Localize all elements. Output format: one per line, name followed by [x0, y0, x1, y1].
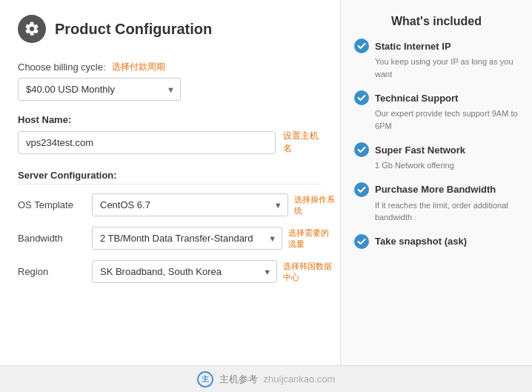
- server-config-section: Server Configuration: OS Template CentOS…: [18, 170, 322, 283]
- hostname-section: Host Name: 设置主机名: [18, 114, 322, 155]
- included-item-purchase-bandwidth: Purchase More Bandwidth If it reaches th…: [354, 182, 519, 224]
- tech-support-title: Technical Support: [375, 93, 458, 104]
- footer-bar: 主 主机参考 zhuijcankao.com: [0, 365, 532, 392]
- bandwidth-label: Bandwidth: [18, 233, 92, 244]
- billing-cycle-label: Choose billing cycle:: [18, 62, 106, 73]
- left-panel: Product Configuration Choose billing cyc…: [0, 0, 341, 392]
- static-ip-title: Static Internet IP: [375, 41, 451, 52]
- check-icon-tech-support: [354, 90, 369, 105]
- whats-included-title: What's included: [354, 15, 519, 28]
- static-ip-desc: You keep using your IP as long as you wa…: [375, 56, 519, 80]
- billing-section: Choose billing cycle: 选择付款周期 $40.00 USD …: [18, 61, 322, 101]
- tech-support-desc: Our expert provide tech support 9AM to 6…: [375, 107, 519, 132]
- hostname-hint: 设置主机名: [283, 130, 322, 155]
- bandwidth-row: Bandwidth 2 TB/Month Data Transfer-Stand…: [18, 227, 322, 250]
- billing-cycle-select-wrap: $40.00 USD Monthly $400.00 USD Yearly ▼: [18, 78, 181, 101]
- billing-cycle-select[interactable]: $40.00 USD Monthly $400.00 USD Yearly: [18, 78, 181, 101]
- fast-network-desc: 1 Gb Network offering: [375, 159, 519, 172]
- page-title-row: Product Configuration: [18, 15, 322, 43]
- hostname-input[interactable]: [18, 131, 276, 154]
- server-config-title: Server Configuration:: [18, 170, 322, 185]
- included-item-fast-network: Super Fast Network 1 Gb Network offering: [354, 142, 519, 172]
- fast-network-title: Super Fast Network: [375, 144, 465, 156]
- os-template-label: OS Template: [18, 199, 92, 210]
- purchase-bandwidth-title: Purchase More Bandwidth: [375, 184, 496, 195]
- purchase-bandwidth-desc: If it reaches the limit, order additiona…: [375, 199, 519, 224]
- bandwidth-select-wrap: 2 TB/Month Data Transfer-Standard 4 TB/M…: [92, 227, 282, 250]
- os-template-row: OS Template CentOS 6.7 Ubuntu 14.04 Debi…: [18, 193, 322, 216]
- billing-cycle-hint: 选择付款周期: [112, 61, 165, 73]
- page-title: Product Configuration: [55, 21, 212, 38]
- check-icon-fast-network: [354, 142, 369, 157]
- os-template-select-wrap: CentOS 6.7 Ubuntu 14.04 Debian 8 ▼: [92, 193, 288, 216]
- snapshot-title: Take snapshot (ask): [375, 236, 467, 247]
- region-select-wrap: SK Broadband, South Korea US West ▼: [92, 260, 277, 283]
- gear-icon: [18, 15, 46, 43]
- check-icon-snapshot: [354, 234, 369, 249]
- os-template-select[interactable]: CentOS 6.7 Ubuntu 14.04 Debian 8: [92, 193, 288, 216]
- check-icon-purchase-bandwidth: [354, 182, 369, 197]
- region-select[interactable]: SK Broadband, South Korea US West: [92, 260, 277, 283]
- included-item-static-ip: Static Internet IP You keep using your I…: [354, 39, 519, 80]
- bandwidth-select[interactable]: 2 TB/Month Data Transfer-Standard 4 TB/M…: [92, 227, 282, 250]
- footer-label: 主机参考: [219, 373, 258, 386]
- included-item-tech-support: Technical Support Our expert provide tec…: [354, 90, 519, 132]
- check-icon-static-ip: [354, 39, 369, 53]
- included-item-snapshot: Take snapshot (ask): [354, 234, 519, 249]
- hostname-label: Host Name:: [18, 114, 322, 125]
- footer-logo-icon: 主: [197, 371, 213, 388]
- bandwidth-hint: 选择需要的流量: [288, 227, 336, 250]
- region-label: Region: [18, 266, 92, 277]
- region-row: Region SK Broadband, South Korea US West…: [18, 260, 322, 283]
- footer-url: zhuijcankao.com: [264, 373, 336, 385]
- region-hint: 选择韩国数据中心: [283, 261, 336, 283]
- os-template-hint: 选择操作系统: [294, 194, 336, 216]
- right-panel: What's included Static Internet IP You k…: [341, 0, 532, 392]
